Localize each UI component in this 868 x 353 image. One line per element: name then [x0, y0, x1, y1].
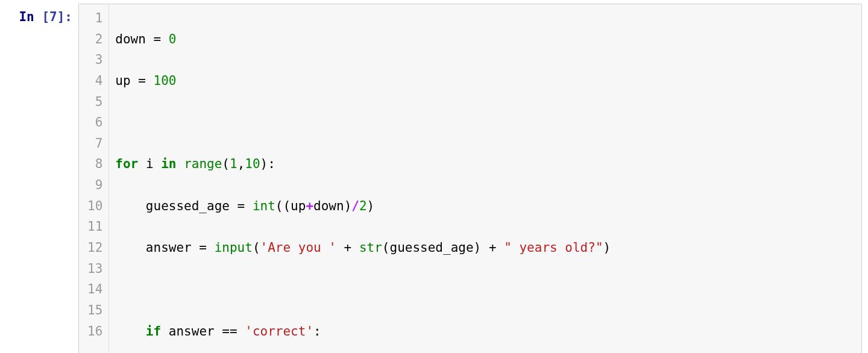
line-number: 16: [87, 321, 102, 342]
line-number: 11: [87, 216, 102, 237]
line-number: 1: [87, 8, 102, 29]
prompt-num: 7: [49, 10, 57, 24]
line-number: 7: [87, 133, 102, 154]
line-number: 15: [87, 300, 102, 321]
code-line[interactable]: for i in range(1,10):: [115, 154, 853, 175]
code-line[interactable]: down = 0: [115, 29, 853, 50]
code-line[interactable]: [115, 279, 853, 300]
input-prompt: In [7]:: [6, 4, 78, 28]
prompt-close: ]:: [57, 10, 72, 24]
line-number: 13: [87, 258, 102, 280]
code-input-area[interactable]: 1 2 3 4 5 6 7 8 9 10 11 12 13 14 15 16 d…: [78, 4, 862, 353]
line-number: 6: [87, 112, 102, 133]
line-number-gutter: 1 2 3 4 5 6 7 8 9 10 11 12 13 14 15 16: [79, 4, 109, 353]
line-number: 5: [87, 92, 102, 113]
code-line[interactable]: up = 100: [115, 70, 853, 92]
code-line[interactable]: answer = input('Are you ' + str(guessed_…: [115, 237, 853, 258]
code-line[interactable]: if answer == 'correct':: [115, 321, 853, 342]
prompt-prefix: In: [19, 10, 34, 24]
code-editor[interactable]: down = 0 up = 100 for i in range(1,10): …: [109, 4, 861, 353]
line-number: 14: [87, 279, 102, 300]
code-line[interactable]: [115, 112, 853, 133]
line-number: 4: [87, 70, 102, 92]
line-number: 10: [87, 196, 102, 217]
line-number: 8: [87, 154, 102, 175]
line-number: 2: [87, 29, 102, 50]
code-line[interactable]: guessed_age = int((up+down)/2): [115, 196, 853, 217]
line-number: 3: [87, 49, 102, 70]
notebook-cell: In [7]: 1 2 3 4 5 6 7 8 9 10 11 12 13 14…: [0, 0, 868, 353]
line-number: 12: [87, 237, 102, 258]
prompt-open: [: [34, 10, 49, 24]
line-number: 9: [87, 175, 102, 196]
